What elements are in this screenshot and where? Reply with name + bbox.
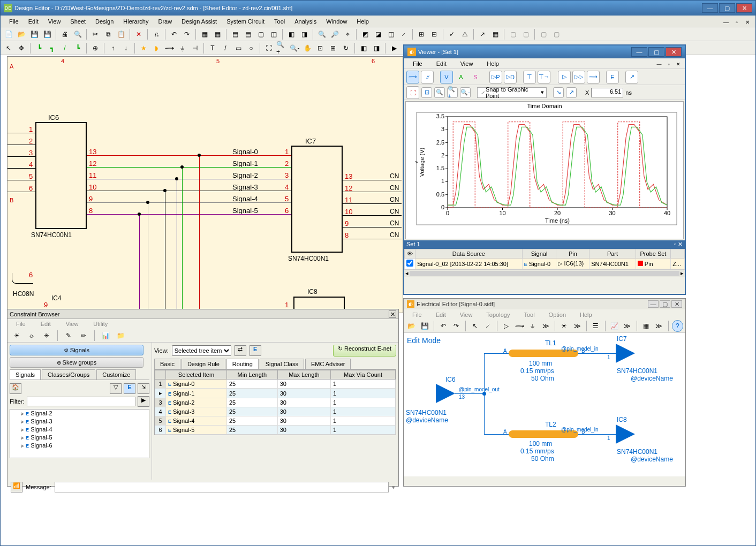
cb-tool6-icon[interactable]: 📊 <box>100 330 111 342</box>
net1-icon[interactable]: ⊞ <box>415 28 427 40</box>
elec-canvas[interactable]: Edit Mode IC6 @pin_model_out 13 SN74HC00… <box>404 333 685 476</box>
dim3-icon[interactable]: ▢ <box>538 28 549 40</box>
menu-system-circuit[interactable]: System Circuit <box>222 17 269 26</box>
elec-maximize-button[interactable]: ▢ <box>660 300 670 308</box>
e-more2-icon[interactable]: ≫ <box>572 320 584 332</box>
star-icon[interactable]: ★ <box>138 42 149 54</box>
table-header[interactable]: Data Source <box>415 249 523 259</box>
schematic-canvas[interactable]: 4 5 6 A B IC6 SN74HC00N1 123456 13121110… <box>7 56 403 313</box>
part1-icon[interactable]: ◩ <box>359 28 371 40</box>
text-icon[interactable]: T <box>207 42 218 54</box>
tab-customize[interactable]: Customize <box>96 369 136 380</box>
msg-icon[interactable]: 📶 <box>11 482 22 492</box>
rect-icon[interactable]: ▭ <box>232 42 244 54</box>
e-comp2-icon[interactable]: ⟿ <box>514 320 526 332</box>
layer1-icon[interactable]: ◧ <box>358 42 369 54</box>
e-more4-icon[interactable]: ≫ <box>653 320 665 332</box>
sim1-icon[interactable]: ▶ <box>388 42 400 54</box>
menu-draw[interactable]: Draw <box>154 17 176 26</box>
menu-option[interactable]: Option <box>545 310 570 318</box>
e-comp1-icon[interactable]: ▷ <box>501 320 512 332</box>
table-row[interactable]: ▸E Signal-125301 <box>155 389 396 398</box>
preview-icon[interactable]: 🔍 <box>72 28 84 40</box>
e-undo-icon[interactable]: ↶ <box>437 320 449 332</box>
print-icon[interactable]: 🖨 <box>59 28 71 40</box>
measure1-icon[interactable]: ↘ <box>553 87 564 98</box>
zoom2-icon[interactable]: ⊞ <box>327 42 339 54</box>
ic7-box[interactable] <box>291 146 343 253</box>
save-all-icon[interactable]: 💾 <box>41 28 53 40</box>
zoom-fit-icon[interactable]: ⛶ <box>406 86 419 99</box>
v-button[interactable]: V <box>440 71 453 84</box>
menu-sheet[interactable]: Sheet <box>66 17 90 26</box>
search-icon[interactable]: 🔍 <box>316 28 328 40</box>
play-p-icon[interactable]: ▷P <box>489 71 502 84</box>
filter-input[interactable] <box>27 397 136 406</box>
route1-icon[interactable]: ┗ <box>33 42 45 54</box>
table-header[interactable]: Pin <box>556 249 589 259</box>
undo-tree-icon[interactable]: ⎌ <box>150 28 162 40</box>
part2-icon[interactable]: ◪ <box>372 28 384 40</box>
locate-icon[interactable]: ⌖ <box>342 28 353 40</box>
menu-view[interactable]: View <box>62 320 83 328</box>
e-save-icon[interactable]: 💾 <box>419 320 431 332</box>
pin1-icon[interactable]: ↑ <box>107 42 119 54</box>
save-icon[interactable]: 💾 <box>28 28 40 40</box>
table-header[interactable]: Min Length <box>226 370 277 380</box>
table-header[interactable]: Selected Item <box>166 370 227 380</box>
snap-combo[interactable]: ⟋ Snap to Graphic Point ▾ <box>477 87 547 98</box>
pan-icon[interactable]: ✋ <box>301 42 313 54</box>
v-mdi-close-icon[interactable]: ✕ <box>674 60 683 68</box>
signals-button[interactable]: ⚙ Signals <box>10 345 143 355</box>
nav1-icon[interactable]: ◧ <box>285 28 297 40</box>
time-domain-icon[interactable]: ⟿ <box>406 71 419 84</box>
elec-close-button[interactable]: ✕ <box>671 300 682 308</box>
undo-icon[interactable]: ↶ <box>168 28 180 40</box>
cb-tool1-icon[interactable]: ☀ <box>11 330 22 342</box>
e-button-viewer[interactable]: E <box>606 71 619 84</box>
dim2-icon[interactable]: ▢ <box>520 28 532 40</box>
cut-icon[interactable]: ✂ <box>89 28 101 40</box>
layer2-icon[interactable]: ◨ <box>371 42 382 54</box>
viewer-maximize-button[interactable]: ▢ <box>648 47 664 57</box>
chart-area[interactable]: Time Domain 00.511.522.533.5010203040Tim… <box>405 101 684 239</box>
tree-item[interactable]: ▹ E Signal-6 <box>10 442 149 450</box>
menu-file[interactable]: File <box>5 17 23 26</box>
export-icon[interactable]: ↗ <box>477 28 488 40</box>
menu-edit[interactable]: Edit <box>24 17 43 26</box>
measure2-icon[interactable]: ↗ <box>566 87 577 98</box>
tree-item[interactable]: ▹ E Signal-2 <box>10 410 149 418</box>
cap-icon[interactable]: ⊣ <box>189 42 201 54</box>
menu-file[interactable]: File <box>409 59 427 67</box>
tab-classes-groups[interactable]: Classes/Groups <box>42 369 95 380</box>
menu-edit[interactable]: Edit <box>432 59 451 67</box>
zoom-reset-icon[interactable]: 🔍 <box>434 87 445 98</box>
table-row[interactable]: 4E Signal-325301 <box>155 407 396 416</box>
cursor-icon[interactable]: ↖ <box>3 42 14 54</box>
play-d-icon[interactable]: ▷D <box>504 71 517 84</box>
filter-icon[interactable]: ▽ <box>110 383 122 394</box>
tab-signals[interactable]: Signals <box>10 369 41 380</box>
viewer-data-table[interactable]: 👁Data SourceSignalPinPartProbe SetSignal… <box>404 249 685 269</box>
menu-window[interactable]: Window <box>322 17 351 26</box>
menu-view[interactable]: View <box>456 310 477 318</box>
table-header[interactable]: Max Via Count <box>331 370 396 380</box>
menu-view[interactable]: View <box>44 17 65 26</box>
wire-icon[interactable]: ⟋ <box>398 28 410 40</box>
viewer-scrollbar[interactable]: ◂▸ <box>404 269 685 277</box>
view-e-button[interactable]: E <box>250 345 261 356</box>
mdi-max-icon[interactable]: ▫ <box>732 18 742 26</box>
route3-icon[interactable]: / <box>59 42 71 54</box>
route4-icon[interactable]: ┗ <box>72 42 84 54</box>
table-header[interactable]: Signal <box>522 249 556 259</box>
copy-icon[interactable]: ⧉ <box>102 28 114 40</box>
menu-edit[interactable]: Edit <box>432 310 450 318</box>
menu-hierarchy[interactable]: Hierarchy <box>119 17 153 26</box>
menu-help[interactable]: Help <box>352 17 373 26</box>
pin2-icon[interactable]: ↓ <box>120 42 132 54</box>
table-row[interactable]: 1E Signal-025301 <box>155 380 396 389</box>
menu-design[interactable]: Design <box>91 17 118 26</box>
route2-icon[interactable]: ┓ <box>46 42 58 54</box>
e-more3-icon[interactable]: ≫ <box>622 320 633 332</box>
tab-routing[interactable]: Routing <box>226 359 259 369</box>
